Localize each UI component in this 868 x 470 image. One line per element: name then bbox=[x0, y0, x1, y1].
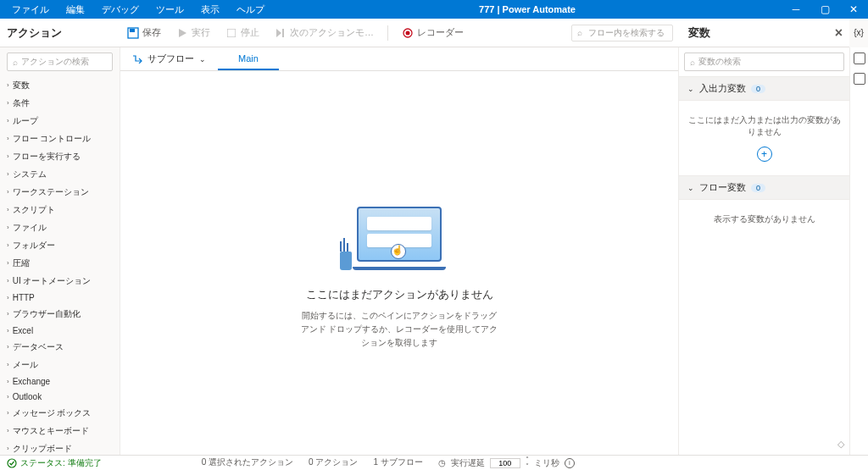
save-button[interactable]: 保存 bbox=[120, 23, 168, 42]
stop-label: 停止 bbox=[241, 26, 259, 39]
chevron-right-icon: › bbox=[7, 393, 9, 401]
variables-close-button[interactable]: × bbox=[835, 25, 843, 41]
action-category-item[interactable]: ›フォルダー bbox=[0, 236, 120, 254]
action-category-item[interactable]: ›Excel bbox=[0, 323, 120, 338]
record-icon bbox=[402, 27, 414, 39]
status-actions: 0 アクション bbox=[309, 456, 358, 470]
variables-panel: ⌕ 変数の検索 ⌄ 入出力変数 0 ここにはまだ入力または出力の変数がありません… bbox=[678, 47, 849, 455]
io-variables-section-header[interactable]: ⌄ 入出力変数 0 bbox=[679, 76, 849, 101]
action-category-item[interactable]: ›Exchange bbox=[0, 373, 120, 389]
add-variable-button[interactable]: + bbox=[757, 147, 772, 162]
actions-panel: ⌕ アクションの検索 ›変数›条件›ループ›フロー コントロール›フローを実行す… bbox=[0, 47, 120, 455]
search-icon: ⌕ bbox=[690, 58, 695, 67]
ms-label: ミリ秒 bbox=[534, 457, 559, 469]
menu-edit[interactable]: 編集 bbox=[58, 1, 93, 19]
recorder-button[interactable]: レコーダー bbox=[395, 23, 470, 42]
actions-search-input[interactable]: ⌕ アクションの検索 bbox=[7, 53, 113, 71]
action-category-item[interactable]: ›メッセージ ボックス bbox=[0, 404, 120, 422]
action-category-item[interactable]: ›データベース bbox=[0, 338, 120, 356]
next-action-button[interactable]: 次のアクションモ… bbox=[268, 23, 381, 42]
action-category-item[interactable]: ›Outlook bbox=[0, 389, 120, 404]
info-icon[interactable]: i bbox=[565, 458, 575, 468]
action-category-label: ブラウザー自動化 bbox=[13, 308, 81, 320]
delay-spinner-icon[interactable]: ˄˅ bbox=[526, 456, 529, 470]
title-bar: ファイル 編集 デバッグ ツール 表示 ヘルプ 777 | Power Auto… bbox=[0, 0, 868, 19]
action-category-item[interactable]: ›HTTP bbox=[0, 290, 120, 305]
toolbar: アクション 保存 実行 停止 次のアクションモ… レコーダー ⌕ フロー内を検索… bbox=[0, 19, 868, 47]
action-category-label: 条件 bbox=[13, 97, 30, 109]
action-category-item[interactable]: ›変数 bbox=[0, 76, 120, 94]
action-category-label: マウスとキーボード bbox=[13, 425, 89, 437]
chevron-right-icon: › bbox=[7, 117, 9, 124]
action-category-item[interactable]: ›フロー コントロール bbox=[0, 130, 120, 147]
action-category-item[interactable]: ›ファイル bbox=[0, 218, 120, 236]
chevron-down-icon: ⌄ bbox=[687, 184, 694, 192]
chevron-right-icon: › bbox=[7, 343, 9, 351]
menu-tools[interactable]: ツール bbox=[147, 1, 192, 19]
action-category-item[interactable]: ›フローを実行する bbox=[0, 147, 120, 165]
check-circle-icon bbox=[7, 458, 17, 468]
action-category-item[interactable]: ›ループ bbox=[0, 112, 120, 130]
svg-marker-2 bbox=[179, 29, 186, 37]
right-rail bbox=[849, 47, 868, 455]
action-categories-list[interactable]: ›変数›条件›ループ›フロー コントロール›フローを実行する›システム›ワークス… bbox=[0, 76, 120, 455]
status-ready: ステータス: 準備完了 bbox=[7, 457, 102, 469]
svg-marker-4 bbox=[276, 29, 281, 37]
canvas[interactable]: ☝ ここにはまだアクションがありません 開始するには、このペインにアクションをド… bbox=[120, 71, 678, 455]
chevron-down-icon: ⌄ bbox=[687, 85, 694, 93]
save-label: 保存 bbox=[142, 26, 161, 39]
svg-rect-3 bbox=[227, 29, 236, 37]
action-category-label: クリップボード bbox=[13, 443, 72, 455]
variables-search-placeholder: 変数の検索 bbox=[698, 56, 741, 68]
action-category-label: メッセージ ボックス bbox=[13, 407, 92, 419]
close-button[interactable]: ✕ bbox=[839, 0, 868, 19]
chevron-right-icon: › bbox=[7, 378, 9, 385]
action-category-label: メール bbox=[13, 359, 38, 371]
action-category-label: UI オートメーション bbox=[13, 275, 92, 287]
maximize-button[interactable]: ▢ bbox=[810, 0, 839, 19]
variables-search-input[interactable]: ⌕ 変数の検索 bbox=[684, 53, 844, 71]
flow-variables-section-header[interactable]: ⌄ フロー変数 0 bbox=[679, 175, 849, 200]
menu-help[interactable]: ヘルプ bbox=[228, 1, 273, 19]
toolbar-buttons: 保存 実行 停止 次のアクションモ… レコーダー ⌕ フロー内を検索する bbox=[120, 23, 680, 42]
chevron-right-icon: › bbox=[7, 361, 9, 368]
variables-header-cell: 変数 × bbox=[680, 25, 849, 41]
diamond-icon[interactable]: ◇ bbox=[837, 439, 844, 449]
chevron-right-icon: › bbox=[7, 206, 9, 213]
action-category-label: スクリプト bbox=[13, 204, 55, 216]
action-category-item[interactable]: ›システム bbox=[0, 165, 120, 183]
menu-file[interactable]: ファイル bbox=[3, 1, 58, 19]
subflow-label-text: サブフロー bbox=[147, 53, 194, 65]
action-category-item[interactable]: ›UI オートメーション bbox=[0, 272, 120, 290]
delay-input[interactable] bbox=[490, 458, 520, 468]
action-category-item[interactable]: ›スクリプト bbox=[0, 201, 120, 218]
flow-search-input[interactable]: ⌕ フロー内を検索する bbox=[571, 25, 673, 41]
status-subflows: 1 サブフロー bbox=[373, 456, 422, 470]
chevron-right-icon: › bbox=[7, 259, 9, 267]
rail-icon-1[interactable] bbox=[854, 53, 865, 64]
run-button[interactable]: 実行 bbox=[170, 23, 217, 42]
chevron-right-icon: › bbox=[7, 427, 9, 434]
subflow-dropdown[interactable]: サブフロー ⌄ bbox=[120, 47, 218, 70]
action-category-item[interactable]: ›圧縮 bbox=[0, 254, 120, 272]
stop-button[interactable]: 停止 bbox=[219, 23, 266, 42]
action-category-label: ファイル bbox=[13, 222, 47, 234]
action-category-label: 圧縮 bbox=[13, 257, 30, 269]
tab-main[interactable]: Main bbox=[218, 47, 279, 70]
action-category-item[interactable]: ›ブラウザー自動化 bbox=[0, 305, 120, 323]
rail-icon-2[interactable] bbox=[854, 73, 865, 85]
action-category-item[interactable]: ›メール bbox=[0, 356, 120, 373]
menu-view[interactable]: 表示 bbox=[192, 1, 228, 19]
status-selected: 0 選択されたアクション bbox=[202, 456, 293, 470]
action-category-item[interactable]: ›ワークステーション bbox=[0, 183, 120, 201]
action-category-item[interactable]: ›クリップボード bbox=[0, 440, 120, 455]
chevron-right-icon: › bbox=[7, 294, 9, 301]
action-category-item[interactable]: ›条件 bbox=[0, 94, 120, 112]
chevron-right-icon: › bbox=[7, 99, 9, 107]
stop-icon bbox=[225, 27, 237, 39]
svg-rect-1 bbox=[130, 29, 135, 32]
io-variables-body: ここにはまだ入力または出力の変数がありません + bbox=[679, 101, 849, 175]
minimize-button[interactable]: ─ bbox=[782, 0, 810, 19]
menu-debug[interactable]: デバッグ bbox=[93, 1, 147, 19]
action-category-item[interactable]: ›マウスとキーボード bbox=[0, 422, 120, 440]
